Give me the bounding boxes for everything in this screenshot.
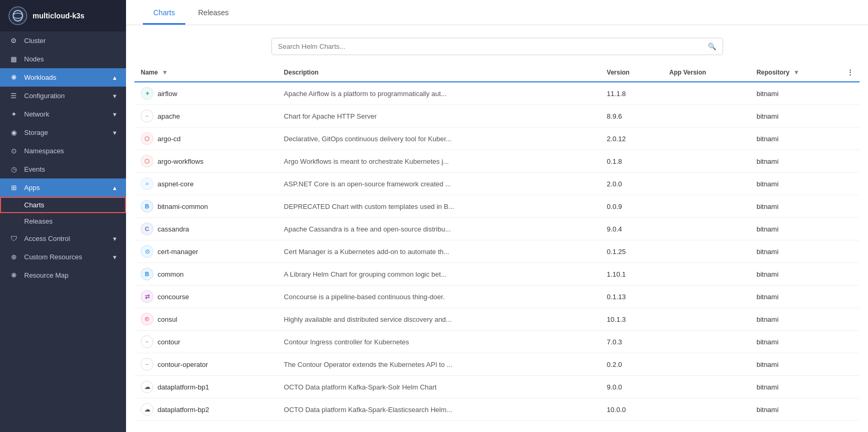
cell-name: − apache <box>134 105 278 128</box>
cell-description: A Library Helm Chart for grouping common… <box>278 263 601 286</box>
col-version: Version <box>601 64 663 82</box>
cell-description: OCTO Data platform Kafka-Spark-Solr Helm… <box>278 376 601 398</box>
table-row[interactable]: ☁ dataplatform-bp2 OCTO Data platform Ka… <box>134 398 860 421</box>
table-row[interactable]: ✦ airflow Apache Airflow is a platform t… <box>134 82 860 105</box>
cell-description: Contour Ingress controller for Kubernete… <box>278 331 601 353</box>
sidebar-item-apps[interactable]: ⊞ Apps ▲ <box>0 178 126 197</box>
sidebar-configuration-label: Configuration <box>24 92 112 100</box>
cell-version: 10.0.0 <box>601 398 663 421</box>
cell-description: Chart for Apache HTTP Server <box>278 105 601 128</box>
sidebar-charts-label: Charts <box>24 201 44 209</box>
chart-icon: © <box>141 313 153 325</box>
sidebar-item-workloads[interactable]: ❋ Workloads ▲ <box>0 68 126 87</box>
chart-icon: ⬡ <box>141 132 153 145</box>
table-row[interactable]: B common A Library Helm Chart for groupi… <box>134 263 860 286</box>
cell-name: B bitnami-common <box>134 195 278 218</box>
cell-app-version <box>663 353 750 376</box>
chart-icon: ⇄ <box>141 290 153 303</box>
table-row[interactable]: ⇄ concourse Concourse is a pipeline-base… <box>134 286 860 308</box>
cell-app-version <box>663 240 750 263</box>
chart-name: contour <box>158 338 180 346</box>
cell-version: 9.0.4 <box>601 218 663 240</box>
col-description: Description <box>278 64 601 82</box>
cell-app-version <box>663 82 750 105</box>
cell-name: ✦ airflow <box>134 82 278 105</box>
cell-repository: bitnami <box>750 195 860 218</box>
chart-name: argo-workflows <box>158 157 203 165</box>
tab-charts[interactable]: Charts <box>143 2 185 25</box>
sidebar-namespaces-label: Namespaces <box>24 147 118 155</box>
sidebar-item-resource-map[interactable]: ❋ Resource Map <box>0 266 126 285</box>
table-row[interactable]: − contour Contour Ingress controller for… <box>134 331 860 353</box>
cell-description: Apache Airflow is a platform to programm… <box>278 82 601 105</box>
cell-version: 0.1.25 <box>601 240 663 263</box>
sidebar-item-access-control[interactable]: 🛡 Access Control ▼ <box>0 229 126 248</box>
sidebar-subitem-charts[interactable]: Charts <box>0 197 126 213</box>
chart-icon: − <box>141 335 153 348</box>
col-name[interactable]: Name ▼ <box>134 64 278 82</box>
cell-app-version <box>663 105 750 128</box>
chart-icon: B <box>141 268 153 280</box>
table-row[interactable]: © consul Highly available and distribute… <box>134 308 860 331</box>
cell-version: 7.0.3 <box>601 331 663 353</box>
col-app-version: App Version <box>663 64 750 82</box>
cell-app-version <box>663 376 750 398</box>
chevron-down-icon5: ▼ <box>112 254 118 260</box>
charts-table: Name ▼ Description Version App Version R… <box>134 64 860 421</box>
table-row[interactable]: ⊙ cert-manager Cert Manager is a Kuberne… <box>134 240 860 263</box>
cell-repository: bitnami <box>750 308 860 331</box>
cell-repository: bitnami <box>750 240 860 263</box>
table-row[interactable]: − contour-operator The Contour Operator … <box>134 353 860 376</box>
cell-name: C cassandra <box>134 218 278 240</box>
tab-releases[interactable]: Releases <box>187 2 239 25</box>
chart-icon: ≈ <box>141 177 153 190</box>
col-repository[interactable]: Repository ▼ ⋮ <box>750 64 860 82</box>
table-row[interactable]: − apache Chart for Apache HTTP Server 8.… <box>134 105 860 128</box>
table-row[interactable]: C cassandra Apache Cassandra is a free a… <box>134 218 860 240</box>
sidebar-cluster-label: Cluster <box>24 37 118 45</box>
chart-icon: ✦ <box>141 87 153 100</box>
sidebar-item-configuration[interactable]: ☰ Configuration ▼ <box>0 87 126 105</box>
sidebar-resource-map-label: Resource Map <box>24 271 118 279</box>
table-row[interactable]: ≈ aspnet-core ASP.NET Core is an open-so… <box>134 173 860 195</box>
cell-app-version <box>663 331 750 353</box>
search-icon[interactable]: 🔍 <box>708 43 716 50</box>
sidebar-item-storage[interactable]: ◉ Storage ▼ <box>0 123 126 142</box>
chart-name: airflow <box>158 90 177 98</box>
search-input[interactable] <box>278 43 708 50</box>
sidebar-releases-label: Releases <box>24 217 53 225</box>
chevron-up-icon: ▲ <box>112 75 118 81</box>
table-row[interactable]: ☁ dataplatform-bp1 OCTO Data platform Ka… <box>134 376 860 398</box>
cell-description: OCTO Data platform Kafka-Spark-Elasticse… <box>278 398 601 421</box>
cell-description: Concourse is a pipeline-based continuous… <box>278 286 601 308</box>
chart-icon: ⊙ <box>141 245 153 258</box>
cell-version: 2.0.0 <box>601 173 663 195</box>
cell-app-version <box>663 308 750 331</box>
chart-name: cassandra <box>158 225 189 233</box>
sidebar-item-cluster[interactable]: ⚙ Cluster <box>0 31 126 50</box>
tab-bar: Charts Releases <box>126 0 868 25</box>
sidebar-item-events[interactable]: ◷ Events <box>0 160 126 178</box>
table-row[interactable]: B bitnami-common DEPRECATED Chart with c… <box>134 195 860 218</box>
sidebar-subitem-releases[interactable]: Releases <box>0 213 126 229</box>
chart-name: concourse <box>158 293 189 301</box>
cell-version: 8.9.6 <box>601 105 663 128</box>
chart-icon: C <box>141 223 153 235</box>
sidebar-item-network[interactable]: ✦ Network ▼ <box>0 105 126 123</box>
sidebar-item-nodes[interactable]: ▦ Nodes <box>0 50 126 68</box>
cell-name: ☁ dataplatform-bp1 <box>134 376 278 398</box>
chart-icon: ☁ <box>141 381 153 393</box>
sidebar: multicloud-k3s ⚙ Cluster ▦ Nodes ❋ Workl… <box>0 0 126 432</box>
nodes-icon: ▦ <box>8 55 19 63</box>
sidebar-nodes-label: Nodes <box>24 55 118 63</box>
chart-icon: ☁ <box>141 403 153 416</box>
sidebar-item-custom-resources[interactable]: ⊕ Custom Resources ▼ <box>0 248 126 266</box>
cell-description: Argo Workflows is meant to orchestrate K… <box>278 150 601 173</box>
sidebar-item-namespaces[interactable]: ⊙ Namespaces <box>0 142 126 160</box>
cell-description: Apache Cassandra is a free and open-sour… <box>278 218 601 240</box>
table-row[interactable]: ⬡ argo-cd Declarative, GitOps continuous… <box>134 128 860 150</box>
cell-description: The Contour Operator extends the Kuberne… <box>278 353 601 376</box>
cell-version: 0.0.9 <box>601 195 663 218</box>
table-row[interactable]: ⬡ argo-workflows Argo Workflows is meant… <box>134 150 860 173</box>
cell-name: ⬡ argo-cd <box>134 128 278 150</box>
